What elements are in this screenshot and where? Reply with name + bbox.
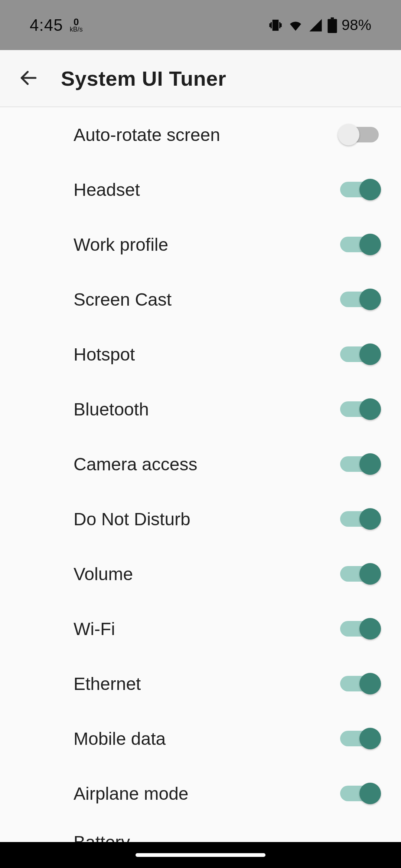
toggle-thumb bbox=[359, 783, 381, 804]
toggle-switch[interactable] bbox=[340, 346, 379, 362]
toggle-switch[interactable] bbox=[340, 237, 379, 252]
settings-row[interactable]: Work profile bbox=[0, 217, 401, 272]
toggle-thumb bbox=[359, 728, 381, 749]
settings-row-label: Do Not Disturb bbox=[74, 509, 190, 529]
toggle-thumb bbox=[359, 289, 381, 310]
toggle-switch[interactable] bbox=[340, 127, 379, 142]
settings-row[interactable]: Wi-Fi bbox=[0, 601, 401, 656]
toggle-switch[interactable] bbox=[340, 621, 379, 637]
settings-row-label: Camera access bbox=[74, 454, 197, 474]
navigation-bar bbox=[0, 842, 401, 868]
toggle-thumb bbox=[359, 508, 381, 530]
settings-row-label: Auto-rotate screen bbox=[74, 125, 220, 145]
settings-row-label: Volume bbox=[74, 564, 133, 584]
toggle-switch[interactable] bbox=[340, 292, 379, 307]
settings-row[interactable]: Do Not Disturb bbox=[0, 491, 401, 546]
settings-row-label: Hotspot bbox=[74, 344, 135, 365]
arrow-left-icon bbox=[18, 68, 39, 89]
toggle-thumb bbox=[359, 179, 381, 200]
settings-row[interactable]: Battery bbox=[0, 821, 401, 843]
toggle-switch[interactable] bbox=[340, 401, 379, 417]
toggle-switch[interactable] bbox=[340, 511, 379, 527]
toggle-thumb bbox=[359, 563, 381, 585]
settings-row-label: Work profile bbox=[74, 234, 168, 255]
settings-row[interactable]: Ethernet bbox=[0, 656, 401, 711]
settings-row[interactable]: Mobile data bbox=[0, 711, 401, 766]
settings-row[interactable]: Airplane mode bbox=[0, 766, 401, 821]
settings-row-label: Bluetooth bbox=[74, 399, 149, 420]
settings-row[interactable]: Headset bbox=[0, 162, 401, 217]
toggle-switch[interactable] bbox=[340, 456, 379, 472]
toggle-thumb bbox=[359, 398, 381, 420]
settings-row-label: Headset bbox=[74, 180, 140, 200]
settings-row-label: Screen Cast bbox=[74, 289, 172, 310]
settings-list[interactable]: Auto-rotate screenHeadsetWork profileScr… bbox=[0, 107, 401, 843]
toggle-switch[interactable] bbox=[340, 676, 379, 691]
page-title: System UI Tuner bbox=[61, 66, 226, 91]
toggle-switch[interactable] bbox=[340, 786, 379, 801]
gesture-handle[interactable] bbox=[136, 853, 265, 857]
settings-row-label: Wi-Fi bbox=[74, 619, 115, 639]
settings-row[interactable]: Bluetooth bbox=[0, 382, 401, 437]
toggle-thumb bbox=[359, 234, 381, 255]
toggle-switch[interactable] bbox=[340, 182, 379, 197]
settings-row-label: Battery bbox=[74, 832, 130, 843]
screen: 4:45 0 kB/s 98% bbox=[0, 0, 401, 868]
toggle-switch[interactable] bbox=[340, 731, 379, 746]
settings-row[interactable]: Screen Cast bbox=[0, 272, 401, 327]
toggle-thumb bbox=[359, 453, 381, 475]
settings-row[interactable]: Hotspot bbox=[0, 327, 401, 382]
toggle-switch[interactable] bbox=[340, 566, 379, 582]
toggle-thumb bbox=[359, 618, 381, 640]
settings-row-label: Mobile data bbox=[74, 729, 166, 749]
toggle-thumb bbox=[359, 343, 381, 365]
toggle-thumb bbox=[359, 673, 381, 694]
settings-row-label: Airplane mode bbox=[74, 783, 189, 804]
status-bar: 4:45 0 kB/s 98% bbox=[0, 0, 401, 50]
app-bar: System UI Tuner bbox=[0, 50, 401, 107]
back-button[interactable] bbox=[12, 62, 45, 95]
settings-row[interactable]: Volume bbox=[0, 546, 401, 601]
settings-row[interactable]: Auto-rotate screen bbox=[0, 107, 401, 162]
settings-row-label: Ethernet bbox=[74, 674, 141, 694]
toggle-thumb bbox=[338, 124, 359, 145]
settings-row[interactable]: Camera access bbox=[0, 437, 401, 491]
